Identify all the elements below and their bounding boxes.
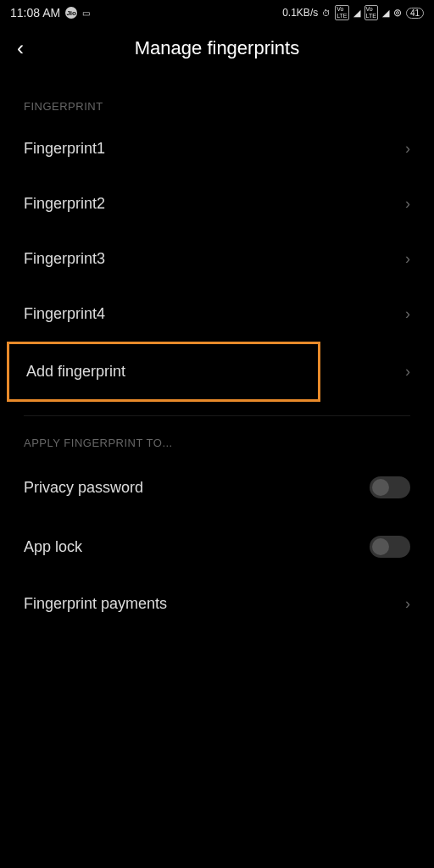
- chevron-right-icon: ›: [405, 195, 410, 213]
- chevron-right-icon: ›: [405, 140, 410, 158]
- add-fingerprint-label: Add fingerprint: [26, 363, 125, 381]
- section-header-fingerprint: FINGERPRINT: [0, 80, 434, 121]
- app-lock-label: App lock: [24, 538, 82, 556]
- cast-icon: ▭: [82, 8, 90, 18]
- status-left: 11:08 AM Jio ▭: [10, 6, 90, 19]
- status-time: 11:08 AM: [10, 6, 60, 19]
- page-title: Manage fingerprints: [41, 37, 393, 59]
- status-bar: 11:08 AM Jio ▭ 0.1KB/s ⏱ VoLTE VoLTE ⊚ 4…: [0, 0, 434, 24]
- battery-indicator: 41: [406, 8, 424, 19]
- fingerprint-item-2[interactable]: Fingerprint2 ›: [0, 176, 434, 231]
- volte-icon-1: VoLTE: [335, 5, 348, 20]
- data-rate: 0.1KB/s: [282, 7, 318, 19]
- page-header: ‹ Manage fingerprints: [0, 24, 434, 80]
- fingerprint-label: Fingerprint4: [24, 305, 105, 323]
- back-button[interactable]: ‹: [17, 38, 41, 58]
- fingerprint-label: Fingerprint1: [24, 140, 105, 158]
- fingerprint-item-1[interactable]: Fingerprint1 ›: [0, 121, 434, 176]
- privacy-password-toggle[interactable]: [370, 476, 410, 498]
- status-right: 0.1KB/s ⏱ VoLTE VoLTE ⊚ 41: [282, 5, 424, 20]
- fingerprint-item-4[interactable]: Fingerprint4 ›: [0, 287, 434, 342]
- app-lock-item[interactable]: App lock: [0, 517, 434, 576]
- fingerprint-item-3[interactable]: Fingerprint3 ›: [0, 231, 434, 287]
- fingerprint-payments-label: Fingerprint payments: [24, 595, 167, 613]
- wifi-icon: ⊚: [393, 7, 402, 19]
- fingerprint-payments-item[interactable]: Fingerprint payments ›: [0, 576, 434, 632]
- highlight-annotation: Add fingerprint: [7, 342, 320, 402]
- alarm-icon: ⏱: [322, 8, 331, 18]
- signal-icon-1: [353, 7, 360, 19]
- privacy-password-label: Privacy password: [24, 479, 143, 497]
- chevron-right-icon: ›: [405, 595, 410, 613]
- chevron-right-icon: ›: [405, 363, 410, 381]
- privacy-password-item[interactable]: Privacy password: [0, 458, 434, 517]
- signal-icon-2: [382, 7, 389, 19]
- fingerprint-label: Fingerprint3: [24, 250, 105, 268]
- section-header-apply: APPLY FINGERPRINT TO...: [0, 416, 434, 458]
- chevron-right-icon: ›: [405, 250, 410, 268]
- volte-icon-2: VoLTE: [364, 5, 378, 20]
- carrier-icon: Jio: [65, 7, 77, 19]
- fingerprint-label: Fingerprint2: [24, 195, 105, 213]
- app-lock-toggle[interactable]: [370, 536, 410, 558]
- add-fingerprint-item[interactable]: Add fingerprint: [9, 344, 318, 399]
- chevron-right-icon: ›: [405, 305, 410, 323]
- add-fingerprint-row[interactable]: Add fingerprint ›: [0, 342, 434, 402]
